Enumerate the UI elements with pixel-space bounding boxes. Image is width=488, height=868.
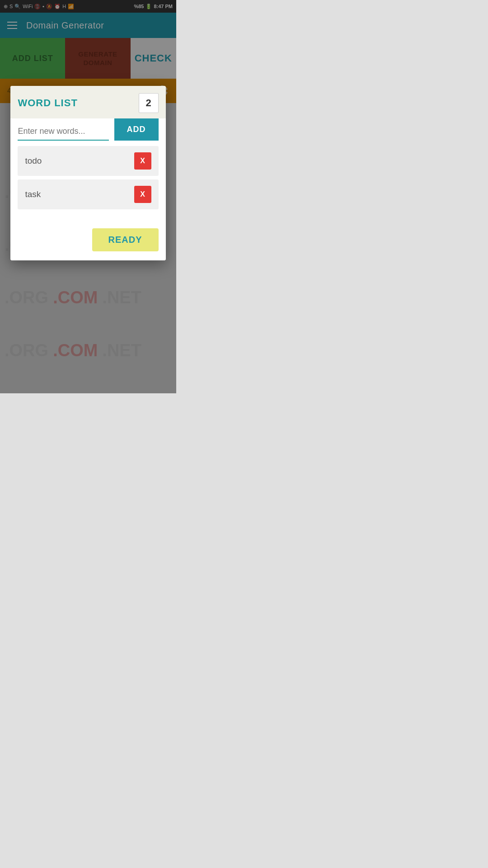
remove-todo-button[interactable]: X: [134, 152, 151, 170]
word-list-modal: WORD LIST 2 ADD todo X task X READY: [10, 86, 165, 260]
ready-button[interactable]: READY: [92, 228, 159, 251]
word-count-badge: 2: [139, 93, 159, 113]
modal-title: WORD LIST: [18, 97, 77, 109]
modal-overlay: WORD LIST 2 ADD todo X task X READY: [0, 0, 176, 393]
add-word-button[interactable]: ADD: [114, 118, 159, 141]
modal-header: WORD LIST 2: [10, 86, 165, 118]
word-list: todo X task X: [10, 141, 165, 215]
remove-task-button[interactable]: X: [134, 186, 151, 203]
modal-input-row: ADD: [10, 118, 165, 141]
word-text-task: task: [25, 189, 41, 199]
word-input[interactable]: [18, 121, 108, 138]
word-text-todo: todo: [25, 156, 42, 166]
modal-footer: READY: [10, 215, 165, 260]
word-item-task: task X: [18, 179, 158, 209]
word-item-todo: todo X: [18, 146, 158, 176]
word-input-wrapper: [18, 121, 108, 141]
